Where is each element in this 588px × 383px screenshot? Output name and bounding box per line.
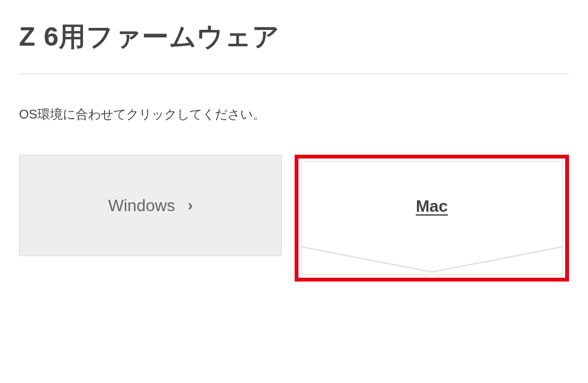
- divider: [19, 74, 569, 74]
- os-tabs-container: Windows › Mac: [19, 155, 569, 282]
- tab-mac-highlight: Mac: [295, 155, 569, 282]
- page-title: Z 6用ファームウェア: [19, 19, 569, 55]
- chevron-down-icon: [301, 247, 563, 275]
- instruction-text: OS環境に合わせてクリックしてください。: [19, 106, 569, 123]
- tab-mac[interactable]: Mac: [301, 161, 563, 275]
- tab-windows-label: Windows: [108, 196, 175, 216]
- tab-windows[interactable]: Windows ›: [19, 155, 282, 256]
- tab-mac-label: Mac: [416, 197, 448, 216]
- chevron-right-icon: ›: [188, 197, 193, 214]
